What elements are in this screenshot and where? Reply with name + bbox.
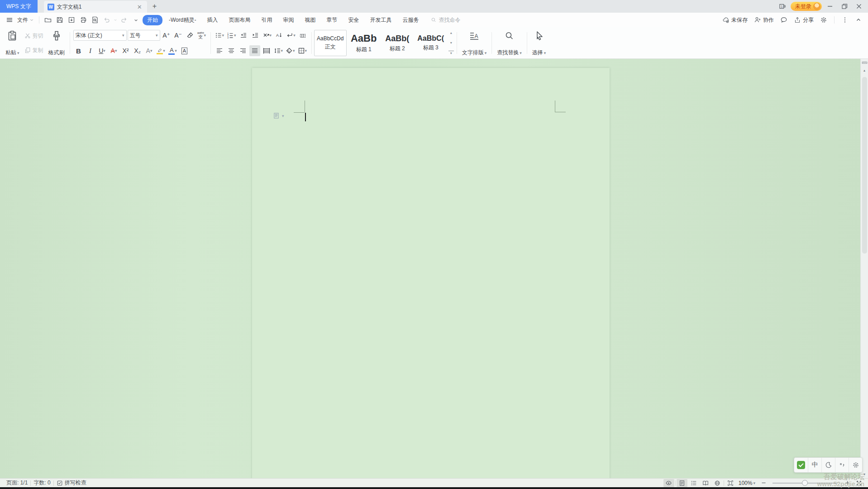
select-button[interactable]: 选择▾ <box>529 29 549 58</box>
copy-button[interactable]: 复制 <box>22 46 46 55</box>
tab-review[interactable]: 审阅 <box>278 15 298 25</box>
grow-font-button[interactable]: A⁺ <box>161 30 172 41</box>
file-menu-button[interactable]: 文件 <box>15 16 36 24</box>
tab-page-layout[interactable]: 页面布局 <box>224 15 255 25</box>
close-tab-icon[interactable]: ✕ <box>136 4 143 10</box>
document-tab[interactable]: W 文字文稿1 ✕ <box>44 1 147 13</box>
collaborate-button[interactable]: 协作 <box>752 16 776 24</box>
undo-dropdown-icon[interactable] <box>113 14 118 25</box>
open-file-icon[interactable] <box>42 14 54 25</box>
format-painter-button[interactable]: 格式刷 <box>46 29 67 58</box>
save-icon[interactable] <box>54 14 66 25</box>
word-count[interactable]: 字数: 0 <box>31 479 53 487</box>
style-normal[interactable]: AaBbCcDd 正文 <box>314 30 347 56</box>
zoom-out-button[interactable] <box>758 479 769 487</box>
paste-button[interactable]: 粘贴▾ <box>3 29 22 58</box>
bullet-list-button[interactable]: ▾ <box>214 30 225 41</box>
text-effects-button[interactable]: A▾ <box>144 45 155 56</box>
fullscreen-button[interactable] <box>854 479 864 487</box>
character-border-button[interactable]: A <box>179 45 190 56</box>
highlight-color-button[interactable]: ▾ <box>156 45 167 56</box>
document-page[interactable]: ▾ <box>252 68 610 478</box>
redo-icon[interactable] <box>118 14 130 25</box>
line-spacing-button[interactable]: ▾ <box>273 45 284 56</box>
strikethrough-button[interactable]: A▾ <box>109 45 119 56</box>
align-right-button[interactable] <box>238 45 248 56</box>
align-center-button[interactable] <box>226 45 237 56</box>
vertical-scrollbar[interactable]: ▴ ▾ <box>860 59 868 478</box>
window-docs-icon[interactable] <box>779 3 789 10</box>
fit-page-button[interactable] <box>725 479 736 487</box>
font-size-combo[interactable]: 五号▾ <box>128 30 160 41</box>
style-scroll-up-icon[interactable]: ▴ <box>448 31 454 35</box>
style-heading-3[interactable]: AaBbC( 标题 3 <box>415 30 447 56</box>
page-view-button[interactable] <box>677 479 687 487</box>
eye-protection-status-icon[interactable] <box>663 479 674 487</box>
feedback-chat-icon[interactable] <box>778 14 790 25</box>
tools-settings-button[interactable] <box>849 458 862 472</box>
borders-button[interactable]: ▾ <box>297 45 308 56</box>
tab-stops-button[interactable] <box>297 30 308 41</box>
hamburger-menu-icon[interactable] <box>4 14 15 25</box>
new-tab-button[interactable]: + <box>147 0 162 13</box>
tab-security[interactable]: 安全 <box>343 15 363 25</box>
justify-button[interactable] <box>249 45 260 56</box>
close-window-button[interactable] <box>853 1 865 11</box>
collapse-ribbon-icon[interactable] <box>853 14 864 25</box>
zoom-slider-handle[interactable] <box>802 480 808 486</box>
numbered-list-button[interactable]: ▾ <box>226 30 237 41</box>
increase-indent-button[interactable] <box>250 30 261 41</box>
tab-word-genie[interactable]: -Word精灵- <box>164 15 200 25</box>
italic-button[interactable]: I <box>85 45 96 56</box>
toolbar-options-icon[interactable] <box>130 14 142 25</box>
minimize-button[interactable] <box>824 1 836 11</box>
tab-references[interactable]: 引用 <box>257 15 277 25</box>
web-view-button[interactable] <box>712 479 723 487</box>
tab-insert[interactable]: 插入 <box>202 15 222 25</box>
scroll-up-icon[interactable]: ▴ <box>861 67 868 74</box>
tab-cloud-service[interactable]: 云服务 <box>398 15 423 25</box>
undo-icon[interactable] <box>101 14 113 25</box>
night-mode-button[interactable] <box>821 458 835 472</box>
phonetic-guide-button[interactable]: wén文 ▾ <box>196 30 207 41</box>
text-layout-button[interactable]: 文字排版▾ <box>459 29 490 58</box>
find-replace-button[interactable]: 查找替换▾ <box>494 29 525 58</box>
font-color-button[interactable]: A ▾ <box>167 45 178 56</box>
subscript-button[interactable]: X₂ <box>132 45 143 56</box>
clear-format-button[interactable] <box>185 30 196 41</box>
outline-view-button[interactable] <box>688 479 699 487</box>
scrollbar-thumb[interactable] <box>862 77 867 254</box>
underline-button[interactable]: U▾ <box>97 45 108 56</box>
spellcheck-toggle[interactable]: 拼写检查 <box>54 479 89 487</box>
style-scroll-down-icon[interactable]: ▾ <box>448 41 454 45</box>
eye-protection-toggle[interactable] <box>794 458 808 472</box>
chinese-convert-button[interactable]: 中 <box>808 458 821 472</box>
wrap-mark-button[interactable]: ▾ <box>285 30 296 41</box>
tab-view[interactable]: 视图 <box>300 15 320 25</box>
align-left-button[interactable] <box>214 45 225 56</box>
wps-home-tab[interactable]: WPS 文字 <box>0 0 38 13</box>
style-heading-1[interactable]: AaBb 标题 1 <box>348 30 380 56</box>
font-name-combo[interactable]: 宋体 (正文)▾ <box>73 30 127 41</box>
save-status-button[interactable]: 未保存 <box>720 16 750 24</box>
style-gallery-more-icon[interactable]: ▾ <box>448 51 454 55</box>
print-icon[interactable] <box>77 14 89 25</box>
login-button[interactable]: 未登录 <box>791 2 822 11</box>
zoom-in-button[interactable] <box>842 479 853 487</box>
text-direction-button[interactable] <box>273 30 284 41</box>
read-aloud-button[interactable] <box>835 458 849 472</box>
settings-gear-icon[interactable] <box>818 14 830 25</box>
decrease-indent-button[interactable] <box>238 30 249 41</box>
cut-button[interactable]: 剪切 <box>22 31 46 41</box>
tab-dev-tools[interactable]: 开发工具 <box>365 15 396 25</box>
share-button[interactable]: 分享 <box>792 16 816 24</box>
document-canvas[interactable]: ▾ ▴ ▾ 中 <box>0 59 868 478</box>
paragraph-options-icon[interactable]: ▾ <box>273 112 284 119</box>
more-options-icon[interactable] <box>839 14 851 25</box>
zoom-level-control[interactable]: 100% ▾ <box>737 480 757 486</box>
page-indicator[interactable]: 页面: 1/1 <box>4 479 30 487</box>
superscript-button[interactable]: X² <box>120 45 131 56</box>
distribute-button[interactable] <box>261 45 272 56</box>
find-command-search[interactable]: 查找命令 <box>430 16 460 24</box>
read-mode-button[interactable] <box>700 479 711 487</box>
